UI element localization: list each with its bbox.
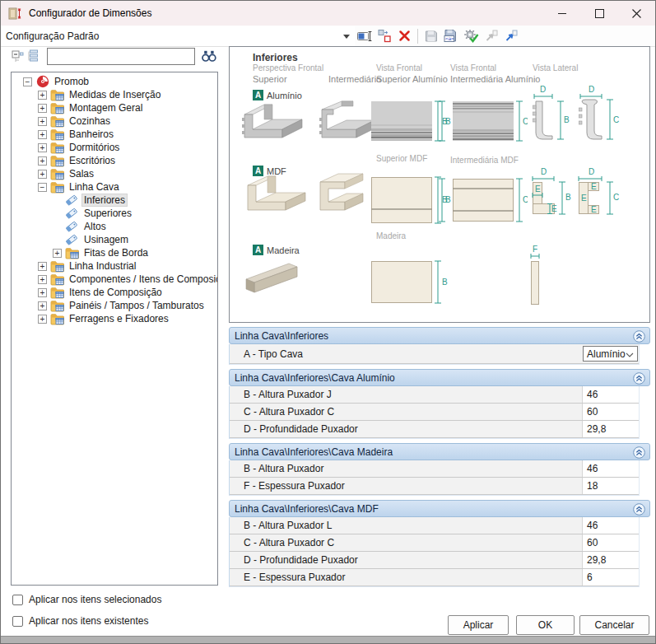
tree-item[interactable]: +Fitas de Borda (12, 246, 217, 259)
section-header[interactable]: Linha Cava\Inferiores\Cava Madeira (229, 443, 650, 460)
tree-item[interactable]: +Linha Industrial (12, 259, 217, 273)
tree-expander-plus[interactable]: + (38, 315, 47, 324)
property-row: A - Tipo CavaAlumínio (230, 344, 639, 364)
category-tree: −Promob+Medidas de Inserção+Montagem Ger… (11, 72, 218, 586)
title-bar: Configurador de Dimensões (1, 1, 655, 26)
gear-check-icon (463, 29, 479, 44)
tree-item[interactable]: Altos (12, 220, 217, 233)
property-value-field[interactable]: 6 (582, 569, 639, 586)
tree-item[interactable]: +Painéis / Tampos / Tamburatos (12, 299, 217, 312)
window-title: Configurador de Dimensões (29, 7, 151, 19)
collapse-section-icon[interactable] (633, 503, 645, 516)
expand-all-button[interactable] (27, 48, 42, 64)
tree-expander-plus[interactable]: + (38, 301, 47, 310)
section-header[interactable]: Linha Cava\Inferiores\Cava MDF (229, 500, 650, 517)
minimize-button[interactable] (544, 1, 581, 26)
property-value-field[interactable]: 46 (582, 460, 639, 477)
tree-item-label: Componentes / Itens de Composição (67, 273, 218, 285)
tipo-cava-select[interactable]: Alumínio (583, 346, 638, 362)
apply-existing-items-checkbox[interactable] (12, 616, 23, 627)
dim-letter: B (564, 115, 570, 124)
tree-expander-minus[interactable]: − (38, 183, 47, 192)
tree-item-label: Itens de Composição (67, 287, 164, 298)
tree-item[interactable]: +Escritórios (12, 154, 217, 167)
rename-configuration-button[interactable] (355, 26, 375, 46)
dim-letter: B (445, 117, 451, 126)
collapse-section-icon[interactable] (633, 330, 645, 343)
tree-expander-plus[interactable]: + (38, 156, 47, 166)
tree-item-label: Superiores (82, 208, 133, 219)
dim-letter: E (591, 205, 597, 214)
tree-expander-plus[interactable]: + (38, 130, 47, 139)
tree-search-input[interactable] (47, 48, 195, 65)
tree-expander-plus[interactable]: + (53, 249, 62, 258)
export-arrow-icon (504, 30, 518, 43)
dim-letter: D (540, 85, 546, 94)
save-xml-button[interactable]: <a> (441, 26, 461, 46)
rename-icon (357, 30, 373, 42)
tree-expander-plus[interactable]: + (38, 262, 47, 271)
dim-letter: E (581, 194, 587, 203)
tree-item[interactable]: +Montagem Geral (12, 101, 217, 114)
save-button-disabled[interactable] (421, 26, 441, 46)
property-value-field[interactable]: 29,8 (582, 552, 639, 568)
tree-expander-minus[interactable]: − (23, 77, 32, 86)
export-button[interactable] (500, 26, 520, 46)
tree-expander-plus[interactable]: + (38, 275, 47, 284)
madeira-perspective (241, 253, 307, 299)
section-header[interactable]: Linha Cava\Inferiores\Cava Alumínio (229, 369, 650, 386)
tree-expander-plus[interactable]: + (38, 288, 47, 297)
tree-item[interactable]: +Ferragens e Fixadores (12, 312, 217, 325)
tree-item[interactable]: −Linha Cava (12, 180, 217, 194)
collapse-section-icon[interactable] (633, 446, 645, 459)
tree-item-label: Medidas de Inserção (67, 89, 162, 100)
find-button[interactable] (200, 48, 218, 64)
apply-button[interactable]: Aplicar (448, 615, 509, 635)
property-row: E - Espessura Puxador6 (230, 569, 639, 586)
tree-item[interactable]: +Dormitórios (12, 141, 217, 154)
tree-item[interactable]: +Medidas de Inserção (12, 88, 217, 101)
tree-expander-plus[interactable]: + (38, 143, 47, 152)
tree-item[interactable]: +Itens de Composição (12, 286, 217, 299)
maximize-button[interactable] (581, 1, 618, 26)
delete-configuration-button[interactable] (394, 26, 414, 46)
dim-letter: B (442, 278, 448, 287)
apply-selected-items-checkbox[interactable] (12, 595, 23, 605)
tree-expander-plus[interactable]: + (38, 104, 47, 113)
tree-item-label: Painéis / Tampos / Tamburatos (67, 300, 206, 311)
column-label: Intermediário (328, 74, 381, 84)
tree-item[interactable]: +Salas (12, 167, 217, 180)
mdf-intermediaria-front-view: B C (437, 177, 528, 225)
property-value-field[interactable]: 18 (582, 478, 639, 494)
collapse-all-button[interactable] (11, 48, 26, 64)
tree-expander-plus[interactable]: + (38, 91, 47, 100)
property-value-field[interactable]: 46 (582, 386, 639, 403)
tree-expander-plus[interactable]: + (38, 117, 47, 126)
tree-item[interactable]: −Promob (12, 75, 217, 88)
tree-item[interactable]: +Banheiros (12, 128, 217, 141)
tree-item[interactable]: Superiores (12, 207, 217, 220)
property-value-field[interactable]: 60 (582, 404, 639, 420)
property-value-field[interactable]: 29,8 (582, 421, 639, 437)
ok-button[interactable]: OK (516, 615, 575, 635)
section-title: Linha Cava\Inferiores\Cava MDF (235, 503, 379, 515)
tree-item[interactable]: Usinagem (12, 233, 217, 246)
import-button-disabled[interactable] (481, 26, 500, 46)
property-value-field[interactable]: 60 (582, 534, 639, 551)
checkbox-label: Aplicar nos itens existentes (29, 615, 148, 627)
property-value-field[interactable]: 46 (582, 517, 639, 534)
tree-item[interactable]: +Cozinhas (12, 114, 217, 128)
collapse-section-icon[interactable] (633, 372, 645, 385)
section-rows: A - Tipo CavaAlumínio (229, 344, 640, 365)
apply-configuration-button[interactable] (461, 26, 481, 46)
folder-icon (49, 286, 65, 299)
folder-icon (49, 273, 65, 286)
tree-item[interactable]: Inferiores (12, 194, 217, 207)
configuration-select[interactable]: Configuração Padrão (1, 26, 355, 46)
tree-expander-plus[interactable]: + (38, 170, 47, 179)
tree-item[interactable]: +Componentes / Itens de Composição (12, 273, 217, 286)
section-header[interactable]: Linha Cava\Inferiores (229, 327, 650, 344)
cancel-button[interactable]: Cancelar (579, 615, 649, 635)
copy-configuration-button[interactable] (375, 26, 394, 46)
close-button[interactable] (618, 1, 655, 26)
